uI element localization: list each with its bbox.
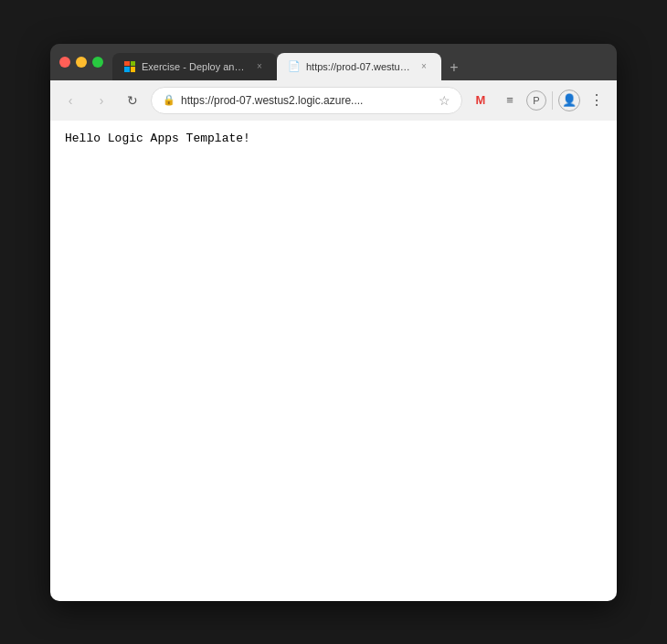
toolbar-divider [552,91,553,110]
title-bar: Exercise - Deploy and expor × 📄 https://… [50,44,617,80]
minimize-button[interactable] [76,57,87,68]
address-bar: ‹ › ↻ 🔒 https://prod-07.westus2.logic.az… [50,80,617,121]
page-content: Hello Logic Apps Template! [50,121,617,601]
tab-exercise-close[interactable]: × [253,60,266,73]
browser-window: Exercise - Deploy and expor × 📄 https://… [50,44,617,601]
menu-icon[interactable]: ⋮ [584,88,609,113]
tab-exercise[interactable]: Exercise - Deploy and expor × [112,53,277,80]
close-button[interactable] [59,57,70,68]
p-icon[interactable]: P [526,90,546,111]
bookmark-star-icon[interactable]: ☆ [439,93,450,108]
toolbar-icons: M ≡ P 👤 ⋮ [468,88,609,113]
tab-azure-label: https://prod-07.westus2.logi [306,61,412,72]
url-text: https://prod-07.westus2.logic.azure.... [181,94,433,107]
traffic-lights [59,57,103,68]
maximize-button[interactable] [92,57,103,68]
page-text: Hello Logic Apps Template! [65,132,602,145]
url-bar[interactable]: 🔒 https://prod-07.westus2.logic.azure...… [151,87,462,114]
tab-azure-close[interactable]: × [418,60,430,73]
maps-icon[interactable]: M [468,88,493,113]
tab-exercise-label: Exercise - Deploy and expor [142,61,248,72]
account-icon[interactable]: 👤 [558,90,580,111]
reload-button[interactable]: ↻ [120,88,145,113]
page-favicon-icon: 📄 [288,60,301,73]
extensions-icon[interactable]: ≡ [497,88,523,113]
forward-button[interactable]: › [89,88,114,113]
tab-azure[interactable]: 📄 https://prod-07.westus2.logi × [277,53,441,80]
lock-icon: 🔒 [163,94,175,106]
tabs-area: Exercise - Deploy and expor × 📄 https://… [112,44,608,80]
new-tab-button[interactable]: + [441,55,467,80]
back-button[interactable]: ‹ [58,88,83,113]
ms-favicon-icon [123,60,136,73]
